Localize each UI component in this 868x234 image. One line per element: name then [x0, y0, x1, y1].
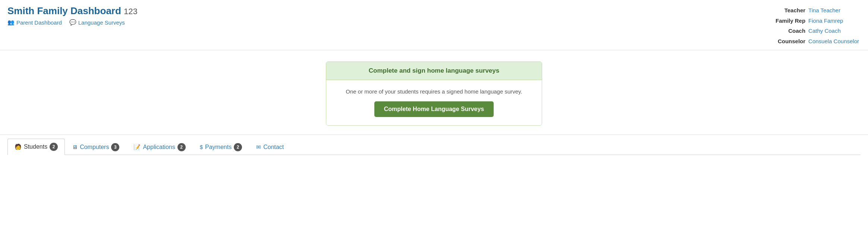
applications-icon: 📝	[133, 144, 141, 151]
alert-box: Complete and sign home language surveys …	[326, 61, 542, 126]
alert-container: Complete and sign home language surveys …	[0, 50, 868, 133]
tab-applications-label: Applications	[143, 144, 175, 151]
dashboard-id: 123	[124, 7, 138, 16]
students-badge: 2	[50, 143, 58, 151]
staff-row-counselor: Counselor Consuela Counselor	[774, 36, 861, 47]
applications-badge: 2	[177, 143, 186, 151]
staff-info: Teacher Tina Teacher Family Rep Fiona Fa…	[774, 5, 861, 46]
tab-payments[interactable]: $ Payments 2	[193, 139, 249, 155]
language-surveys-label: Language Surveys	[78, 19, 125, 26]
computers-icon: 🖥	[72, 144, 78, 150]
students-icon: 🧑	[15, 143, 22, 150]
role-label-coach: Coach	[774, 26, 807, 36]
tab-computers-label: Computers	[80, 144, 109, 151]
coach-link[interactable]: Cathy Coach	[808, 28, 841, 34]
header-nav: 👥 Parent Dashboard 💬 Language Surveys	[7, 19, 138, 26]
complete-surveys-button[interactable]: Complete Home Language Surveys	[374, 101, 494, 117]
role-label-counselor: Counselor	[774, 36, 807, 47]
teacher-link[interactable]: Tina Teacher	[808, 7, 840, 13]
page-title: Smith Family Dashboard 123	[7, 5, 138, 17]
parent-dashboard-link[interactable]: 👥 Parent Dashboard	[7, 19, 62, 26]
role-value-familyrep[interactable]: Fiona Famrep	[807, 16, 861, 26]
tab-payments-label: Payments	[205, 144, 232, 151]
payments-badge: 2	[234, 143, 242, 151]
role-value-teacher[interactable]: Tina Teacher	[807, 5, 861, 16]
tab-students-label: Students	[24, 143, 47, 150]
alert-heading: Complete and sign home language surveys	[326, 62, 542, 80]
dashboard-title-text: Smith Family Dashboard	[7, 5, 121, 16]
alert-body-text: One or more of your students requires a …	[334, 88, 534, 95]
computers-badge: 3	[111, 143, 119, 151]
role-label-familyrep: Family Rep	[774, 16, 807, 26]
alert-body: One or more of your students requires a …	[326, 80, 542, 125]
role-value-coach[interactable]: Cathy Coach	[807, 26, 861, 36]
language-surveys-icon: 💬	[69, 19, 76, 26]
language-surveys-link[interactable]: 💬 Language Surveys	[69, 19, 125, 26]
counselor-link[interactable]: Consuela Counselor	[808, 38, 859, 44]
page-header: Smith Family Dashboard 123 👥 Parent Dash…	[0, 0, 868, 50]
staff-row-familyrep: Family Rep Fiona Famrep	[774, 16, 861, 26]
tabs: 🧑 Students 2 🖥 Computers 3 📝 Application…	[7, 139, 861, 155]
payments-icon: $	[200, 144, 203, 150]
role-label-teacher: Teacher	[774, 5, 807, 16]
tab-students[interactable]: 🧑 Students 2	[7, 139, 65, 155]
staff-row-teacher: Teacher Tina Teacher	[774, 5, 861, 16]
staff-row-coach: Coach Cathy Coach	[774, 26, 861, 36]
parent-dashboard-icon: 👥	[7, 19, 15, 26]
role-value-counselor[interactable]: Consuela Counselor	[807, 36, 861, 47]
tab-contact[interactable]: ✉ Contact	[249, 139, 291, 155]
tab-contact-label: Contact	[263, 144, 284, 151]
tab-applications[interactable]: 📝 Applications 2	[126, 139, 192, 155]
tab-computers[interactable]: 🖥 Computers 3	[65, 139, 126, 155]
tabs-container: 🧑 Students 2 🖥 Computers 3 📝 Application…	[0, 135, 868, 155]
parent-dashboard-label: Parent Dashboard	[16, 19, 62, 26]
contact-icon: ✉	[256, 144, 261, 151]
header-left: Smith Family Dashboard 123 👥 Parent Dash…	[7, 5, 138, 26]
familyrep-link[interactable]: Fiona Famrep	[808, 18, 843, 24]
staff-table: Teacher Tina Teacher Family Rep Fiona Fa…	[774, 5, 861, 46]
